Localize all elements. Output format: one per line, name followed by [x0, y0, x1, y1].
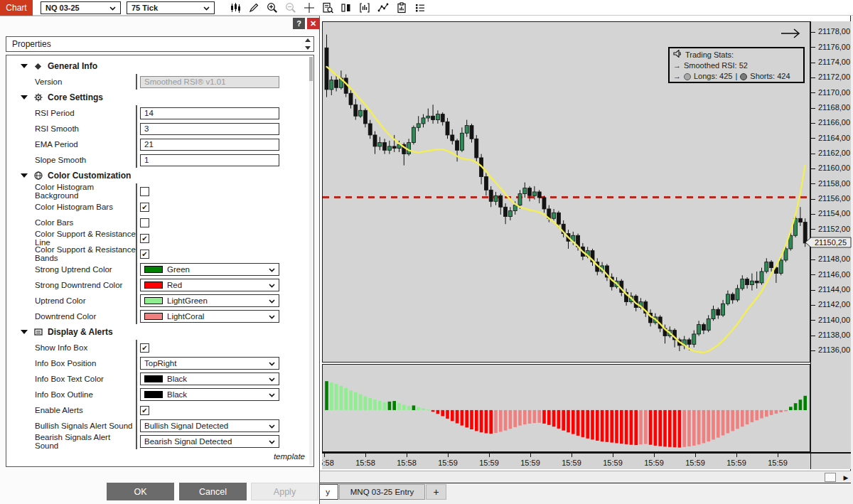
- info-box-title: Trading Stats:: [685, 50, 734, 60]
- checkbox-show-info-box[interactable]: ✔: [140, 343, 149, 353]
- histogram-bar: [639, 410, 643, 444]
- time-tick-label: 15:59: [432, 459, 463, 467]
- add-tab-button[interactable]: +: [426, 484, 446, 500]
- close-button[interactable]: ✕: [307, 18, 319, 29]
- up-candle: [330, 80, 333, 90]
- scroll-spinner[interactable]: [304, 38, 312, 50]
- select-info-box-outline[interactable]: Black: [140, 388, 279, 401]
- histogram-bar: [402, 404, 406, 410]
- horizontal-scrollbar[interactable]: ▶: [320, 471, 851, 483]
- field-ema-period[interactable]: 21: [140, 139, 279, 151]
- histogram-bar: [644, 410, 648, 444]
- checkbox-color-histogram-bars[interactable]: ✔: [140, 203, 149, 212]
- section-general-info[interactable]: General Info: [6, 58, 313, 74]
- checkbox-color-histogram-background[interactable]: [140, 187, 149, 196]
- checkbox-color-bars[interactable]: [140, 218, 149, 227]
- select-strong-uptrend-color[interactable]: Green: [140, 263, 279, 276]
- tab-mnq-entry[interactable]: MNQ 03-25 Entry: [339, 484, 425, 500]
- ok-button[interactable]: OK: [107, 483, 174, 500]
- price-tick: [811, 199, 815, 200]
- histogram-bar: [537, 410, 541, 423]
- strategies-icon[interactable]: [375, 1, 391, 15]
- data-box-icon[interactable]: [320, 1, 336, 15]
- scrollbar-right-arrow[interactable]: ▶: [841, 472, 851, 483]
- expander-triangle-icon[interactable]: [21, 173, 28, 178]
- histogram-bar: [359, 395, 363, 411]
- apply-button[interactable]: Apply: [251, 483, 318, 500]
- crosshair-plus-icon[interactable]: [301, 1, 317, 15]
- property-row-slope-smooth: Slope Smooth1: [6, 152, 313, 168]
- tab-partial-hidden[interactable]: y: [317, 484, 338, 500]
- field-rsi-period[interactable]: 14: [140, 107, 279, 119]
- checkbox-color-support-resistance-bands[interactable]: ✔: [140, 250, 149, 259]
- candlestick-chart-icon[interactable]: [227, 1, 243, 15]
- histogram-bar: [606, 410, 609, 442]
- histogram-bar: [330, 382, 333, 410]
- field-slope-smooth[interactable]: 1: [140, 154, 279, 166]
- zoom-out-icon[interactable]: [283, 1, 299, 15]
- histogram-bar: [731, 410, 734, 431]
- select-value: Black: [167, 375, 264, 383]
- section-color-customization[interactable]: Color Customization: [6, 168, 313, 183]
- checkbox-color-support-resistance-line[interactable]: ✔: [140, 234, 149, 243]
- select-downtrend-color[interactable]: LightCoral: [140, 310, 279, 323]
- dialog-scrollbar-thumb[interactable]: [309, 57, 313, 81]
- dialog-scrollbar[interactable]: [309, 57, 313, 465]
- up-candle: [378, 143, 382, 146]
- histogram-bar: [630, 410, 633, 445]
- scrollbar-thumb[interactable]: [825, 473, 836, 482]
- select-info-box-position[interactable]: TopRight: [140, 357, 279, 370]
- expander-triangle-icon[interactable]: [21, 64, 28, 68]
- property-value-cell: Red: [136, 277, 313, 293]
- select-bullish-signals-alert-sound[interactable]: Bullish Signal Detected: [140, 419, 279, 432]
- histogram-bar: [407, 406, 411, 410]
- select-uptrend-color[interactable]: LightGreen: [140, 294, 279, 307]
- histogram-bar: [542, 410, 546, 424]
- property-label: Color Histogram Background: [6, 183, 136, 200]
- indicators-icon[interactable]: [357, 1, 372, 15]
- section-core-settings[interactable]: Core Settings: [6, 90, 313, 105]
- chart-trader-icon[interactable]: [338, 1, 354, 15]
- histogram-bar: [426, 409, 430, 410]
- property-label: Info Box Text Color: [6, 375, 136, 383]
- properties-list-icon[interactable]: [412, 1, 428, 15]
- property-row-color-support-resistance-bands: Color Support & Resistance Bands✔: [6, 246, 313, 262]
- price-tick-label: 21136,00: [818, 345, 850, 354]
- instrument-select[interactable]: NQ 03-25: [41, 1, 121, 14]
- ema-line: [327, 67, 805, 353]
- section-display-alerts[interactable]: Display & Alerts: [6, 324, 313, 340]
- property-value-cell: ✔: [136, 246, 313, 262]
- histogram-bar: [344, 388, 348, 410]
- expander-triangle-icon[interactable]: [21, 95, 28, 100]
- megaphone-icon: [673, 50, 682, 60]
- price-tick: [811, 274, 815, 275]
- rsi-histogram-panel[interactable]: [322, 364, 810, 452]
- histogram-bar: [576, 410, 580, 436]
- spin-up-icon[interactable]: [305, 38, 311, 42]
- field-rsi-smooth[interactable]: 3: [140, 123, 279, 135]
- select-strong-downtrend-color[interactable]: Red: [140, 279, 279, 291]
- property-label: Color Support & Resistance Line: [6, 230, 136, 247]
- property-label: Strong Uptrend Color: [6, 265, 136, 274]
- help-button[interactable]: ?: [293, 18, 305, 29]
- property-row-downtrend-color: Downtrend ColorLightCoral: [6, 309, 313, 324]
- histogram-bar: [799, 400, 803, 410]
- draw-pencil-icon[interactable]: [246, 1, 262, 15]
- template-note: template: [6, 449, 313, 463]
- cancel-button[interactable]: Cancel: [179, 483, 247, 500]
- time-tick: [654, 454, 655, 457]
- up-candle: [422, 118, 425, 124]
- zoom-in-icon[interactable]: [264, 1, 280, 15]
- color-swatch: [144, 313, 163, 320]
- histogram-bar: [475, 410, 478, 431]
- interval-select[interactable]: 75 Tick: [127, 1, 215, 14]
- select-info-box-text-color[interactable]: Black: [140, 372, 279, 385]
- select-bearish-signals-alert-sound[interactable]: Bearish Signal Detected: [140, 435, 279, 448]
- checkbox-enable-alerts[interactable]: ✔: [140, 406, 149, 415]
- analyzer-icon[interactable]: [394, 1, 409, 15]
- property-label: Bearish Signals Alert Sound: [6, 433, 136, 450]
- spin-down-icon[interactable]: [305, 46, 311, 50]
- histogram-bar: [615, 410, 618, 444]
- expander-triangle-icon[interactable]: [21, 330, 28, 334]
- right-arrow-icon[interactable]: [780, 28, 801, 42]
